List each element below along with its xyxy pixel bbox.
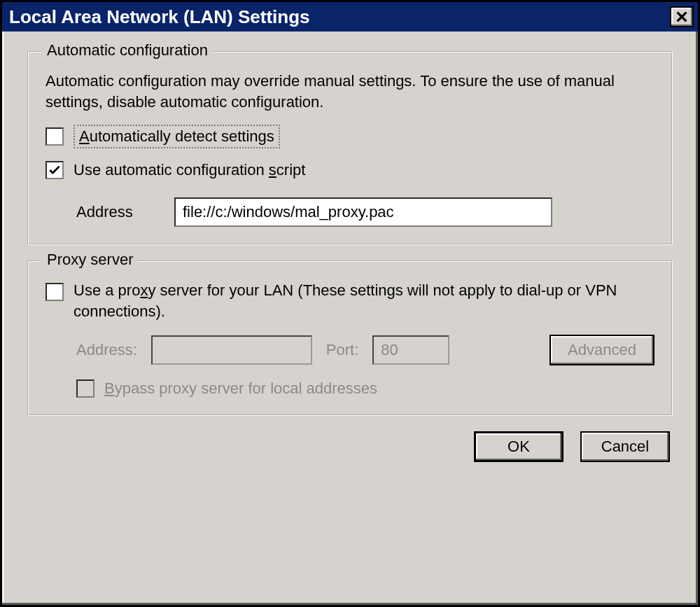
auto-detect-checkbox[interactable]: [46, 127, 64, 146]
proxy-bypass-row: Bypass proxy server for local addresses: [76, 379, 654, 398]
auto-detect-label[interactable]: Automatically detect settings: [74, 125, 280, 148]
proxy-address-label: Address:: [76, 341, 137, 359]
automatic-configuration-group: Automatic configuration Automatic config…: [27, 51, 673, 245]
auto-script-address-label: Address: [76, 203, 160, 221]
proxy-server-group: Proxy server Use a proxy server for your…: [27, 260, 673, 415]
check-icon: [49, 165, 60, 176]
auto-script-label[interactable]: Use automatic configuration script: [74, 161, 305, 179]
lan-settings-dialog: Local Area Network (LAN) Settings Automa…: [0, 0, 700, 607]
proxy-use-label[interactable]: Use a proxy server for your LAN (These s…: [74, 280, 648, 321]
close-button[interactable]: [670, 6, 694, 27]
dialog-button-row: OK Cancel: [27, 431, 673, 462]
proxy-port-label: Port:: [326, 341, 359, 359]
automatic-configuration-legend: Automatic configuration: [41, 41, 214, 60]
proxy-use-row: Use a proxy server for your LAN (These s…: [46, 280, 654, 321]
proxy-server-legend: Proxy server: [41, 251, 139, 269]
auto-detect-row: Automatically detect settings: [46, 125, 654, 148]
cancel-button[interactable]: Cancel: [580, 431, 670, 462]
auto-script-checkbox[interactable]: [46, 161, 64, 179]
proxy-address-input: [151, 335, 312, 365]
auto-script-address-input[interactable]: [174, 197, 552, 227]
auto-script-row: Use automatic configuration script: [46, 161, 654, 179]
proxy-bypass-label: Bypass proxy server for local addresses: [104, 379, 377, 398]
window-title: Local Area Network (LAN) Settings: [9, 6, 310, 28]
close-icon: [676, 11, 687, 22]
titlebar: Local Area Network (LAN) Settings: [2, 2, 698, 32]
advanced-button: Advanced: [550, 335, 654, 365]
automatic-configuration-description: Automatic configuration may override man…: [46, 71, 654, 112]
ok-button[interactable]: OK: [474, 431, 564, 462]
proxy-use-checkbox[interactable]: [46, 283, 64, 301]
dialog-client-area: Automatic configuration Automatic config…: [2, 32, 698, 479]
proxy-port-input: [372, 335, 449, 365]
proxy-bypass-checkbox: [76, 379, 94, 398]
auto-script-address-row: Address: [76, 197, 654, 227]
proxy-address-port-row: Address: Port: Advanced: [76, 335, 654, 365]
